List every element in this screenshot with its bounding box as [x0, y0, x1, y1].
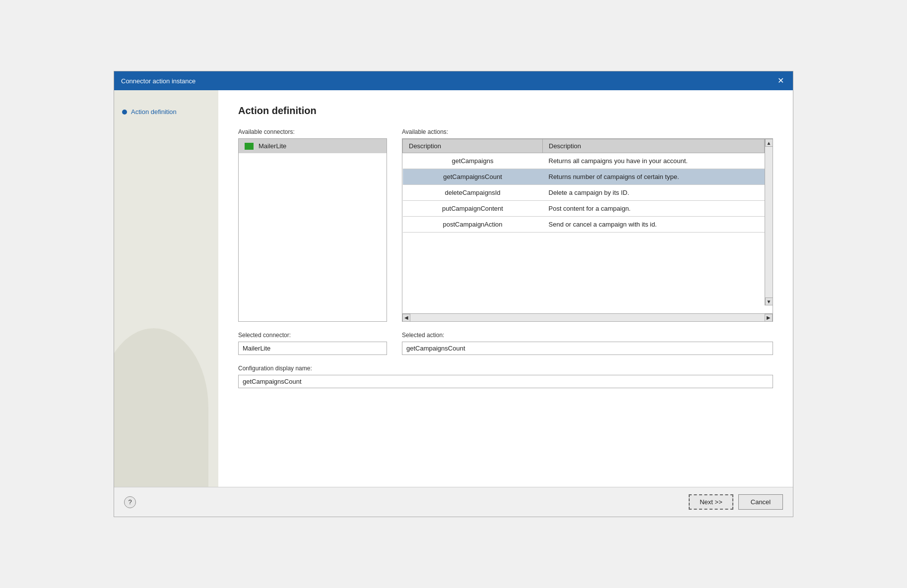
next-button[interactable]: Next >> [689, 494, 733, 510]
table-row[interactable]: postCampaignActionSend or cancel a campa… [403, 217, 773, 233]
footer: ? Next >> Cancel [114, 487, 793, 517]
sidebar-decoration [114, 328, 208, 487]
dialog: Connector action instance ✕ Action defin… [114, 71, 793, 517]
connector-name: MailerLite [259, 142, 286, 150]
help-button[interactable]: ? [124, 496, 136, 508]
col2-header: Description [543, 139, 765, 153]
config-section: Configuration display name: [238, 365, 773, 388]
footer-left: ? [124, 496, 136, 508]
sidebar-item-label: Action definition [131, 108, 177, 116]
selected-connector-input[interactable] [238, 342, 387, 355]
cancel-button[interactable]: Cancel [738, 494, 783, 510]
action-name: getCampaignsCount [403, 169, 543, 185]
config-display-name-input[interactable] [238, 375, 773, 388]
dialog-title: Connector action instance [121, 77, 195, 85]
connector-icon [245, 143, 254, 150]
scroll-down-arrow[interactable]: ▼ [765, 297, 773, 305]
available-actions-label: Available actions: [402, 128, 773, 135]
available-connectors-label: Available connectors: [238, 128, 387, 135]
scroll-track [765, 147, 773, 297]
table-row[interactable]: getCampaignsReturns all campaigns you ha… [403, 153, 773, 169]
actions-table-container: Description Description getCampaignsRetu… [402, 138, 773, 322]
connectors-list[interactable]: MailerLite [238, 138, 387, 322]
selected-action-section: Selected action: [402, 332, 773, 355]
lower-fields: Selected connector: Selected action: [238, 332, 773, 355]
action-name: postCampaignAction [403, 217, 543, 233]
scroll-up-arrow[interactable]: ▲ [765, 139, 773, 147]
hscroll-right-arrow[interactable]: ▶ [765, 314, 773, 322]
selected-action-label: Selected action: [402, 332, 773, 339]
config-display-name-label: Configuration display name: [238, 365, 773, 372]
selected-connector-label: Selected connector: [238, 332, 387, 339]
action-description: Delete a campaign by its ID. [543, 185, 765, 201]
table-row[interactable]: deleteCampaignsIdDelete a campaign by it… [403, 185, 773, 201]
title-bar: Connector action instance ✕ [114, 71, 793, 90]
action-description: Returns number of campaigns of certain t… [543, 169, 765, 185]
hscroll-left-arrow[interactable]: ◀ [402, 314, 410, 322]
connectors-section: Available connectors: MailerLite [238, 128, 387, 322]
action-name: putCampaignContent [403, 201, 543, 217]
table-row[interactable]: putCampaignContentPost content for a cam… [403, 201, 773, 217]
selected-action-input[interactable] [402, 342, 773, 355]
connector-item-mailerlite[interactable]: MailerLite [239, 139, 387, 153]
action-name: getCampaigns [403, 153, 543, 169]
footer-right: Next >> Cancel [689, 494, 783, 510]
actions-section: Available actions: Description Descripti… [402, 128, 773, 322]
selected-connector-section: Selected connector: [238, 332, 387, 355]
action-description: Post content for a campaign. [543, 201, 765, 217]
hscroll-track [410, 314, 765, 321]
sidebar-item-action-definition[interactable]: Action definition [114, 105, 218, 118]
main-content: Action definition Available connectors: … [218, 90, 793, 487]
table-row[interactable]: getCampaignsCountReturns number of campa… [403, 169, 773, 185]
sidebar: Action definition [114, 90, 218, 487]
form-section: Available connectors: MailerLite Availab… [238, 128, 773, 322]
action-description: Send or cancel a campaign with its id. [543, 217, 765, 233]
table-hscrollbar[interactable]: ◀ ▶ [402, 313, 773, 321]
action-name: deleteCampaignsId [403, 185, 543, 201]
sidebar-dot [122, 110, 127, 115]
col1-header: Description [403, 139, 543, 153]
table-scrollbar[interactable]: ▲ ▼ [765, 139, 773, 305]
page-title: Action definition [238, 105, 773, 117]
actions-table: Description Description getCampaignsRetu… [402, 139, 773, 233]
close-button[interactable]: ✕ [775, 75, 786, 86]
dialog-body: Action definition Action definition Avai… [114, 90, 793, 487]
action-description: Returns all campaigns you have in your a… [543, 153, 765, 169]
